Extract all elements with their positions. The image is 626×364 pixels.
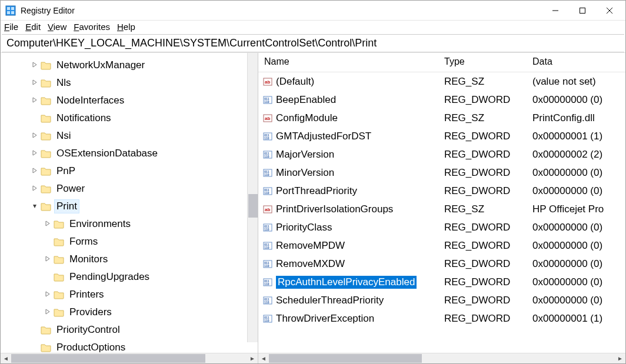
value-data: 0x00000000 (0) (532, 240, 625, 252)
values-list[interactable]: (Default)REG_SZ(value not set)BeepEnable… (258, 72, 625, 353)
column-type[interactable]: Type (444, 56, 532, 67)
chevron-right-icon[interactable] (43, 256, 52, 263)
value-data: 0x00000000 (0) (532, 295, 625, 306)
value-name: RemoveMPDW (276, 240, 345, 252)
tree-item[interactable]: Nsi (1, 127, 258, 145)
tree-item[interactable]: Forms (1, 233, 258, 251)
menu-help[interactable]: Help (117, 22, 135, 32)
binary-value-icon (263, 132, 272, 141)
binary-value-icon (263, 278, 272, 287)
value-name: PortThreadPriority (276, 185, 357, 197)
values-header[interactable]: Name Type Data (258, 53, 625, 72)
tree-item[interactable]: PnP (1, 162, 258, 180)
folder-icon (54, 237, 64, 246)
tree-item[interactable]: Power (1, 180, 258, 198)
value-name: PriorityClass (276, 222, 332, 233)
tree-item[interactable]: Monitors (1, 251, 258, 268)
tree-item[interactable]: PendingUpgrades (1, 268, 258, 286)
value-type: REG_DWORD (444, 276, 532, 288)
value-row[interactable]: GMTAdjustedForDSTREG_DWORD0x00000001 (1) (258, 127, 625, 145)
value-row[interactable]: PortThreadPriorityREG_DWORD0x00000000 (0… (258, 182, 625, 200)
chevron-right-icon[interactable] (43, 221, 52, 228)
chevron-right-icon[interactable] (43, 291, 52, 298)
tree-item-label: PnP (55, 165, 77, 178)
binary-value-icon (263, 95, 272, 105)
value-type: REG_DWORD (444, 313, 532, 325)
tree-item[interactable]: Notifications (1, 109, 258, 127)
tree-item[interactable]: OSExtensionDatabase (1, 145, 258, 162)
chevron-right-icon[interactable] (30, 150, 39, 157)
value-row[interactable]: ThrowDriverExceptionREG_DWORD0x00000001 … (258, 309, 625, 328)
chevron-right-icon[interactable] (30, 97, 39, 104)
scroll-left-icon[interactable]: ◄ (258, 353, 269, 363)
folder-icon (41, 184, 51, 193)
chevron-right-icon[interactable] (30, 132, 39, 139)
tree-item-label: Power (55, 182, 86, 195)
tree-item[interactable]: NodeInterfaces (1, 92, 258, 109)
chevron-right-icon[interactable] (43, 309, 52, 316)
value-row[interactable]: MajorVersionREG_DWORD0x00000002 (2) (258, 145, 625, 163)
binary-value-icon (263, 314, 272, 323)
tree-vertical-scrollbar[interactable] (247, 53, 258, 342)
menu-favorites[interactable]: Favorites (74, 22, 110, 32)
svg-rect-11 (580, 8, 585, 13)
minimize-button[interactable] (542, 2, 569, 19)
value-type: REG_DWORD (444, 185, 532, 197)
folder-icon (54, 272, 64, 282)
value-name: RemoveMXDW (276, 258, 345, 270)
tree-item[interactable]: Printers (1, 286, 258, 303)
value-name: SchedulerThreadPriority (276, 295, 384, 306)
tree-item-label: PriorityControl (55, 323, 122, 336)
value-data: 0x00000000 (0) (532, 185, 625, 197)
tree-item[interactable]: ProductOptions (1, 339, 258, 353)
chevron-right-icon[interactable] (30, 62, 39, 69)
tree-item[interactable]: Environments (1, 215, 258, 233)
column-name[interactable]: Name (258, 56, 444, 67)
tree-horizontal-scrollbar[interactable]: ◄ ► (1, 353, 258, 363)
value-name: MinorVersion (276, 167, 334, 179)
menu-file[interactable]: File (4, 22, 18, 32)
column-data[interactable]: Data (532, 56, 625, 67)
value-name: RpcAuthnLevelPrivacyEnabled (276, 276, 417, 289)
tree-item-label: Print (55, 200, 79, 213)
window-controls (542, 2, 623, 19)
menu-view[interactable]: View (48, 22, 66, 32)
folder-icon (54, 255, 64, 264)
value-row[interactable]: PriorityClassREG_DWORD0x00000000 (0) (258, 218, 625, 236)
value-row[interactable]: SchedulerThreadPriorityREG_DWORD0x000000… (258, 291, 625, 309)
tree-item[interactable]: PriorityControl (1, 321, 258, 339)
tree-item[interactable]: Providers (1, 303, 258, 321)
close-button[interactable] (596, 2, 623, 19)
value-row[interactable]: RpcAuthnLevelPrivacyEnabledREG_DWORD0x00… (258, 273, 625, 291)
title-bar: Registry Editor (1, 1, 625, 21)
maximize-button[interactable] (569, 2, 596, 19)
value-data: 0x00000001 (1) (532, 313, 625, 325)
tree-item[interactable]: NetworkUxManager (1, 56, 258, 74)
value-row[interactable]: ConfigModuleREG_SZPrintConfig.dll (258, 109, 625, 127)
scroll-right-icon[interactable]: ► (247, 353, 258, 363)
tree-item[interactable]: Nls (1, 74, 258, 92)
scroll-left-icon[interactable]: ◄ (1, 353, 11, 363)
scroll-right-icon[interactable]: ► (615, 353, 625, 363)
value-row[interactable]: PrintDriverIsolationGroupsREG_SZHP Offic… (258, 200, 625, 218)
address-bar[interactable]: Computer\HKEY_LOCAL_MACHINE\SYSTEM\Curre… (2, 34, 624, 52)
value-data: HP Officejet Pro (532, 203, 625, 215)
chevron-right-icon[interactable] (30, 185, 39, 192)
binary-value-icon (263, 223, 272, 232)
value-data: 0x00000001 (1) (532, 131, 625, 142)
tree-item[interactable]: Print (1, 198, 258, 215)
values-horizontal-scrollbar[interactable]: ◄ ► (258, 353, 625, 363)
value-row[interactable]: (Default)REG_SZ(value not set) (258, 72, 625, 91)
value-name: ConfigModule (276, 112, 338, 124)
registry-tree[interactable]: NetworkUxManagerNlsNodeInterfacesNotific… (1, 53, 258, 353)
folder-icon (41, 149, 51, 158)
value-type: REG_DWORD (444, 222, 532, 233)
menu-edit[interactable]: Edit (25, 22, 41, 32)
value-row[interactable]: RemoveMXDWREG_DWORD0x00000000 (0) (258, 255, 625, 273)
value-row[interactable]: MinorVersionREG_DWORD0x00000000 (0) (258, 163, 625, 182)
chevron-down-icon[interactable] (30, 203, 39, 210)
value-row[interactable]: BeepEnabledREG_DWORD0x00000000 (0) (258, 91, 625, 109)
chevron-right-icon[interactable] (30, 79, 39, 86)
value-row[interactable]: RemoveMPDWREG_DWORD0x00000000 (0) (258, 236, 625, 255)
chevron-right-icon[interactable] (30, 168, 39, 175)
